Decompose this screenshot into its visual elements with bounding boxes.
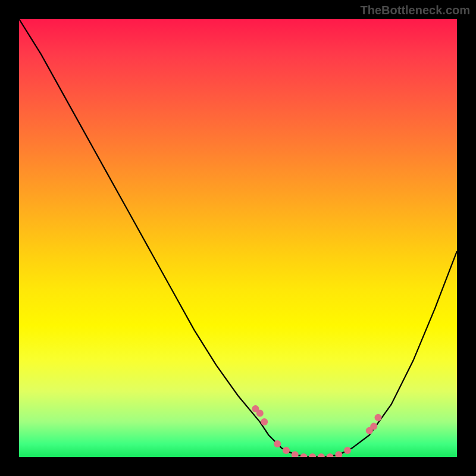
marker-point [309, 453, 316, 457]
marker-point [300, 453, 307, 457]
watermark-text: TheBottleneck.com [361, 4, 470, 17]
plot-area [19, 19, 457, 457]
marker-point [256, 409, 264, 416]
marker-point [292, 451, 299, 457]
marker-point [344, 447, 351, 454]
marker-point [327, 453, 334, 457]
marker-point [335, 451, 342, 457]
marker-point [318, 453, 325, 457]
chart-container: TheBottleneck.com [0, 0, 476, 476]
marker-point [370, 423, 377, 430]
marker-point [283, 447, 290, 454]
curve-svg [19, 19, 457, 457]
marker-point [375, 414, 382, 421]
marker-point [274, 440, 281, 447]
bottleneck-curve-line [19, 19, 457, 457]
highlighted-markers [252, 405, 381, 457]
marker-point [261, 418, 268, 425]
